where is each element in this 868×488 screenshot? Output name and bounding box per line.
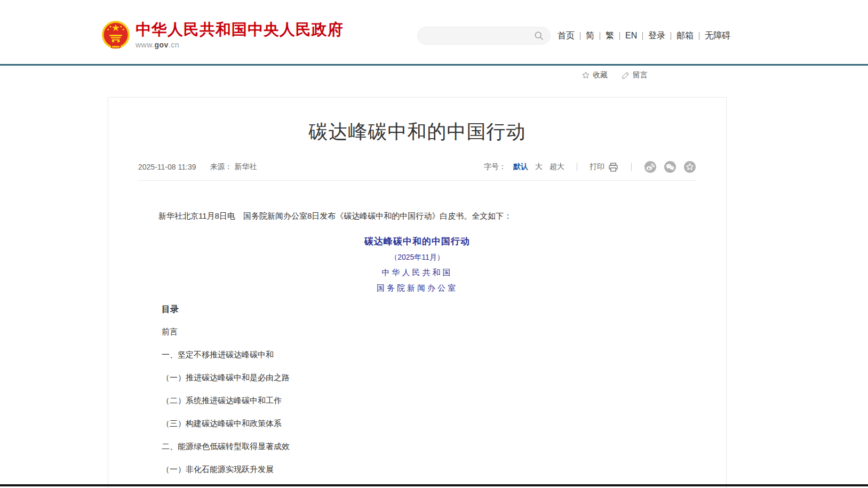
nav-mail[interactable]: 邮箱 xyxy=(671,30,699,42)
document-title: 碳达峰碳中和的中国行动 xyxy=(108,235,726,248)
site-header: 中华人民共和国中央人民政府 www.gov.cn 首页 简 繁 EN 登录 邮箱… xyxy=(0,0,868,64)
document-heading-block: 碳达峰碳中和的中国行动 （2025年11月） 中华人民共和国 国务院新闻办公室 xyxy=(108,235,726,294)
wechat-share-icon[interactable] xyxy=(664,161,676,173)
font-size-label: 字号： xyxy=(484,162,506,172)
site-url-cn: .cn xyxy=(169,41,179,49)
toc-item: （三）构建碳达峰碳中和政策体系 xyxy=(162,418,726,429)
nav-login[interactable]: 登录 xyxy=(643,30,671,42)
meta-separator xyxy=(577,163,577,171)
article-title: 碳达峰碳中和的中国行动 xyxy=(130,121,705,142)
toc-item: 一、坚定不移推进碳达峰碳中和 xyxy=(162,349,726,360)
source: 来源： 新华社 xyxy=(210,162,257,172)
toc-item: （二）系统推进碳达峰碳中和工作 xyxy=(162,395,726,406)
toc-item: 二、能源绿色低碳转型取得显著成效 xyxy=(162,441,726,452)
printer-icon xyxy=(608,162,619,173)
toc-title: 目录 xyxy=(162,304,726,315)
message-button[interactable]: 留言 xyxy=(622,70,648,80)
article-meta-left: 2025-11-08 11:39 来源： 新华社 xyxy=(138,162,257,172)
meta-separator xyxy=(631,163,632,171)
article-meta: 2025-11-08 11:39 来源： 新华社 字号： 默认 大 超大 打印 xyxy=(138,161,696,181)
favorite-label: 收藏 xyxy=(593,70,608,80)
document-org-line2: 国务院新闻办公室 xyxy=(108,282,726,294)
page-actions: 收藏 留言 xyxy=(582,70,648,80)
article-meta-right: 字号： 默认 大 超大 打印 xyxy=(484,161,696,173)
article-container: 碳达峰碳中和的中国行动 2025-11-08 11:39 来源： 新华社 字号：… xyxy=(108,97,727,488)
top-nav: 首页 简 繁 EN 登录 邮箱 无障碍 xyxy=(558,30,736,42)
favorite-button[interactable]: 收藏 xyxy=(582,70,608,80)
publish-date: 2025-11-08 11:39 xyxy=(138,163,196,171)
document-date: （2025年11月） xyxy=(108,251,726,263)
search-icon[interactable] xyxy=(533,30,544,41)
print-label: 打印 xyxy=(590,162,604,172)
search-input[interactable] xyxy=(418,28,533,43)
star-share-icon[interactable] xyxy=(683,161,696,173)
font-size-default[interactable]: 默认 xyxy=(513,162,528,172)
message-label: 留言 xyxy=(633,70,648,80)
site-url-www: www. xyxy=(136,41,154,49)
weibo-share-icon[interactable] xyxy=(644,161,657,173)
nav-english[interactable]: EN xyxy=(620,31,642,41)
source-value: 新华社 xyxy=(234,162,257,172)
national-emblem-icon xyxy=(101,20,130,51)
header-divider xyxy=(0,64,868,66)
star-icon xyxy=(582,71,590,79)
nav-traditional[interactable]: 繁 xyxy=(600,30,619,42)
search-box xyxy=(417,27,551,45)
nav-simplified[interactable]: 简 xyxy=(580,30,600,42)
source-label: 来源： xyxy=(210,162,232,172)
site-title: 中华人民共和国中央人民政府 xyxy=(136,20,344,38)
site-logo-link[interactable]: 中华人民共和国中央人民政府 www.gov.cn xyxy=(101,20,344,51)
print-button[interactable]: 打印 xyxy=(590,162,619,173)
site-url-gov: gov xyxy=(154,41,168,49)
toc-item: （一）推进碳达峰碳中和是必由之路 xyxy=(162,372,726,383)
toc-item: （一）非化石能源实现跃升发展 xyxy=(162,464,726,475)
font-size-large[interactable]: 大 xyxy=(535,162,543,172)
document-org-line1: 中华人民共和国 xyxy=(108,266,726,279)
site-url: www.gov.cn xyxy=(136,41,344,49)
pencil-icon xyxy=(622,71,630,79)
toc-list: 前言 一、坚定不移推进碳达峰碳中和 （一）推进碳达峰碳中和是必由之路 （二）系统… xyxy=(162,326,726,475)
lead-paragraph: 新华社北京11月8日电 国务院新闻办公室8日发布《碳达峰碳中和的中国行动》白皮书… xyxy=(142,210,692,222)
toc-item: 前言 xyxy=(162,326,726,337)
nav-accessibility[interactable]: 无障碍 xyxy=(699,30,736,42)
nav-home[interactable]: 首页 xyxy=(558,30,580,42)
bottom-edge-bar xyxy=(0,484,868,486)
font-size-xlarge[interactable]: 超大 xyxy=(550,162,564,172)
